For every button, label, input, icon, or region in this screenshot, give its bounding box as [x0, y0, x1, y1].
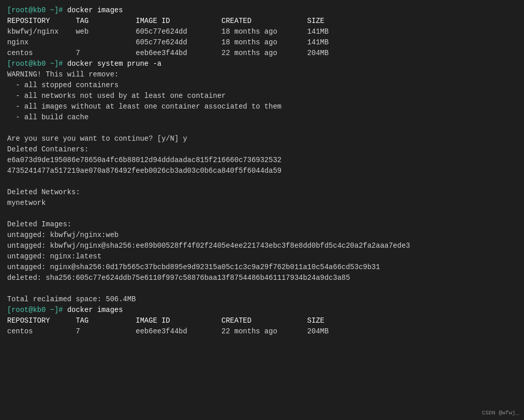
watermark-label: CSDN @wfwj_	[482, 409, 519, 417]
terminal-output: [root@kb0 ~]# docker images REPOSITORY T…	[7, 5, 517, 337]
